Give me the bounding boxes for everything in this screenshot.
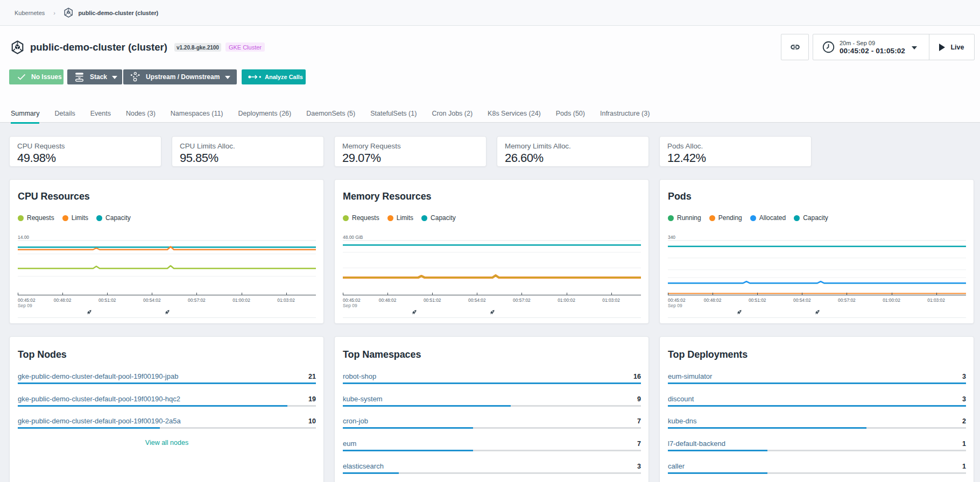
svg-text:00:51:02: 00:51:02 <box>424 297 441 303</box>
svg-text:00:48:02: 00:48:02 <box>379 297 397 303</box>
svg-text:Sep 09: Sep 09 <box>668 303 682 308</box>
svg-text:00:54:02: 00:54:02 <box>143 297 161 303</box>
svg-text:01:03:02: 01:03:02 <box>277 297 295 303</box>
svg-text:Sep 09: Sep 09 <box>18 303 32 308</box>
svg-text:00:54:02: 00:54:02 <box>793 297 811 303</box>
svg-text:00:57:02: 00:57:02 <box>513 297 531 303</box>
svg-text:01:03:02: 01:03:02 <box>602 297 620 303</box>
svg-text:01:03:02: 01:03:02 <box>927 297 945 303</box>
svg-text:Sep 09: Sep 09 <box>343 303 357 308</box>
svg-text:340: 340 <box>668 235 675 240</box>
svg-text:00:57:02: 00:57:02 <box>188 297 206 303</box>
svg-text:01:00:02: 01:00:02 <box>883 297 900 303</box>
svg-text:01:00:02: 01:00:02 <box>558 297 575 303</box>
svg-text:00:57:02: 00:57:02 <box>838 297 856 303</box>
svg-text:00:45:02: 00:45:02 <box>343 297 361 303</box>
svg-text:00:51:02: 00:51:02 <box>749 297 766 303</box>
svg-text:14.00: 14.00 <box>18 235 29 240</box>
svg-text:00:45:02: 00:45:02 <box>668 297 686 303</box>
svg-text:00:48:02: 00:48:02 <box>54 297 72 303</box>
svg-text:01:00:02: 01:00:02 <box>232 297 250 303</box>
svg-text:00:45:02: 00:45:02 <box>18 297 36 303</box>
svg-text:00:54:02: 00:54:02 <box>468 297 486 303</box>
svg-text:00:51:02: 00:51:02 <box>98 297 116 303</box>
svg-text:00:48:02: 00:48:02 <box>704 297 722 303</box>
svg-text:48.00 GiB: 48.00 GiB <box>343 235 363 240</box>
